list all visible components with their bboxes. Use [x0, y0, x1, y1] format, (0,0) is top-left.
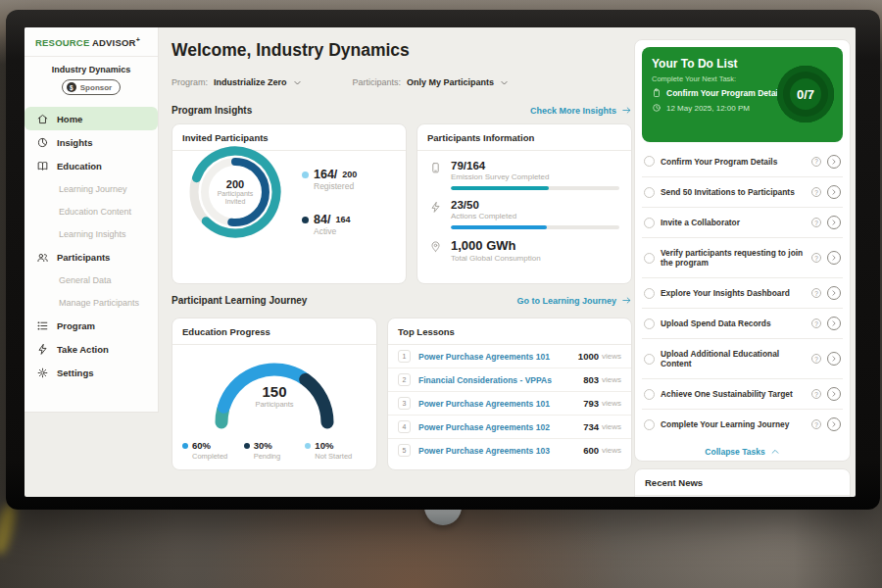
task-open-button[interactable] [827, 155, 841, 169]
task-row[interactable]: Explore Your Insights Dashboard ? [642, 277, 843, 308]
task-open-button[interactable] [827, 185, 841, 199]
legend-active: 84/164 Active [302, 213, 357, 236]
chevron-down-icon [500, 78, 509, 87]
donut-center-text: 200 Participants Invited [184, 141, 286, 243]
sidebar-item-label: Manage Participants [59, 298, 139, 308]
list-icon [36, 319, 49, 332]
task-checkbox[interactable] [644, 419, 655, 430]
info-icon[interactable]: ? [811, 288, 821, 298]
sponsor-icon: $ [67, 82, 76, 92]
task-open-button[interactable] [827, 251, 841, 265]
stat-label: Total Global Consumption [451, 254, 619, 263]
chevron-right-icon [830, 188, 838, 196]
logo-resource: RESOURCE [35, 37, 89, 48]
sidebar-item-insights[interactable]: Insights [24, 130, 158, 154]
legend-registered: 164/200 Registered [302, 168, 357, 191]
legend-pending: 30% Pending [244, 440, 306, 461]
check-more-insights-link[interactable]: Check More Insights [530, 105, 632, 116]
task-row[interactable]: Complete Your Learning Journey ? [642, 409, 843, 439]
info-icon[interactable]: ? [811, 318, 821, 328]
info-icon[interactable]: ? [811, 157, 821, 167]
task-checkbox[interactable] [644, 389, 655, 400]
sidebar-item-take-action[interactable]: Take Action [24, 337, 158, 361]
sidebar-item-label: Program [57, 320, 95, 331]
collapse-tasks-link[interactable]: Collapse Tasks [642, 439, 843, 462]
lesson-link[interactable]: Power Purchase Agreements 101 [418, 352, 578, 362]
participants-dropdown[interactable]: Participants: Only My Participants [353, 77, 510, 87]
sidebar-item-label: Home [57, 114, 82, 124]
lesson-row: 5 Power Purchase Agreements 103 600 view… [388, 439, 631, 462]
task-open-button[interactable] [827, 417, 841, 431]
task-checkbox[interactable] [644, 253, 655, 264]
task-row[interactable]: Upload Spend Data Records ? [642, 308, 843, 338]
lesson-link[interactable]: Power Purchase Agreements 102 [418, 422, 583, 432]
task-label: Upload Additional Educational Content [661, 349, 806, 368]
sidebar-item-education-content[interactable]: Education Content [24, 200, 158, 222]
task-row[interactable]: Invite a Collaborator ? [642, 207, 843, 237]
info-icon[interactable]: ? [811, 389, 821, 399]
task-checkbox[interactable] [644, 354, 655, 365]
section-title: Program Insights [172, 105, 252, 116]
pending-pct: 30% [254, 440, 272, 451]
task-row[interactable]: Confirm Your Program Details ? [642, 146, 843, 176]
lesson-link[interactable]: Power Purchase Agreements 101 [418, 399, 583, 409]
gauge-center-text: 150 Participants [201, 383, 348, 409]
active-dot [302, 217, 309, 223]
lesson-link[interactable]: Financial Considerations - VPPAs [418, 375, 583, 385]
task-row[interactable]: Send 50 Invitations to Participants ? [642, 176, 843, 207]
task-open-button[interactable] [827, 387, 841, 401]
task-list: Confirm Your Program Details ? Send 50 I… [642, 146, 843, 439]
sidebar-item-label: Learning Insights [59, 229, 126, 239]
task-checkbox[interactable] [644, 218, 655, 228]
sidebar-item-learning-journey[interactable]: Learning Journey [24, 177, 158, 200]
task-open-button[interactable] [827, 352, 841, 366]
info-icon[interactable]: ? [811, 354, 821, 364]
sidebar-item-learning-insights[interactable]: Learning Insights [24, 222, 158, 245]
lesson-rank: 1 [398, 350, 411, 363]
sidebar-item-general-data[interactable]: General Data [24, 269, 158, 291]
invited-caption: Invited [225, 198, 246, 207]
program-dropdown[interactable]: Program: Industrialize Zero [172, 77, 302, 87]
sidebar-item-participants[interactable]: Participants [24, 245, 158, 269]
go-to-learning-journey-link[interactable]: Go to Learning Journey [516, 295, 632, 306]
stat-value: 23/50 [451, 199, 619, 211]
task-open-button[interactable] [827, 317, 841, 330]
lesson-link[interactable]: Power Purchase Agreements 103 [418, 446, 583, 456]
task-row[interactable]: Achieve One Sustainability Target ? [642, 378, 843, 409]
clock-icon [652, 103, 662, 113]
sidebar-item-education[interactable]: Education [24, 154, 158, 177]
task-checkbox[interactable] [644, 156, 655, 167]
sidebar-item-program[interactable]: Program [24, 314, 158, 337]
info-icon[interactable]: ? [811, 218, 821, 227]
sidebar-item-settings[interactable]: Settings [24, 361, 158, 384]
link-label: Check More Insights [530, 106, 616, 116]
learning-journey-header: Participant Learning Journey Go to Learn… [172, 295, 632, 306]
task-open-button[interactable] [827, 286, 841, 300]
logo-advisor: ADVISOR [92, 37, 136, 48]
task-row[interactable]: Verify participants requesting to join t… [642, 237, 843, 277]
recent-news-card: Recent News [634, 468, 851, 497]
background-plant [0, 503, 19, 556]
sponsor-badge[interactable]: $ Sponsor [62, 79, 121, 95]
todo-header-card: Your To Do List Complete Your Next Task:… [642, 47, 843, 142]
sidebar-item-manage-participants[interactable]: Manage Participants [24, 291, 158, 314]
info-icon[interactable]: ? [811, 187, 821, 197]
collapse-label: Collapse Tasks [705, 447, 764, 457]
lesson-row: 2 Financial Considerations - VPPAs 803 v… [388, 368, 631, 392]
sidebar-item-home[interactable]: Home [24, 107, 158, 130]
info-icon[interactable]: ? [811, 253, 821, 263]
chevron-down-icon [293, 78, 302, 87]
emission-survey-stat: 79/164 Emission Survey Completed [417, 160, 631, 190]
dashboard-screen: RESOURCE ADVISOR+ Industry Dynamics $ Sp… [24, 27, 856, 497]
task-checkbox[interactable] [644, 318, 655, 329]
task-checkbox[interactable] [644, 187, 655, 198]
task-label: Achieve One Sustainability Target [661, 389, 806, 399]
task-open-button[interactable] [827, 216, 841, 229]
task-row[interactable]: Upload Additional Educational Content ? [642, 338, 843, 378]
invited-caption: Participants [218, 190, 254, 199]
info-icon[interactable]: ? [811, 419, 821, 429]
lesson-rank: 2 [398, 373, 411, 386]
task-checkbox[interactable] [644, 288, 655, 299]
lesson-row: 4 Power Purchase Agreements 102 734 view… [388, 416, 631, 439]
home-icon [36, 113, 49, 125]
